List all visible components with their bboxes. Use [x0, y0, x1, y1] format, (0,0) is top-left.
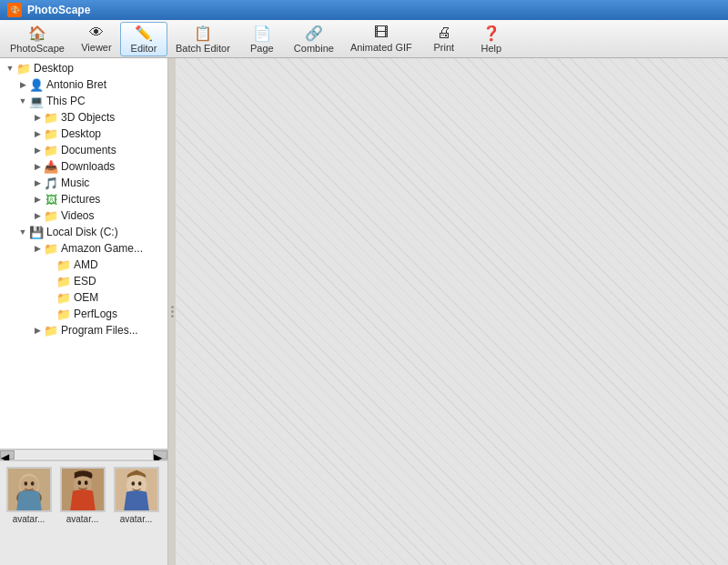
photoscape-icon: 🏠: [28, 25, 46, 42]
tree-label-localdisk: Local Disk (C:): [46, 226, 118, 238]
computer-icon: 💻: [29, 94, 44, 108]
tree-label-oem: OEM: [74, 291, 98, 304]
title-bar: 🎨 PhotoScape: [0, 0, 728, 20]
tree-item-programfiles[interactable]: ▶ 📁 Program Files...: [0, 322, 167, 338]
toolbar-btn-batch[interactable]: 📋 Batch Editor: [167, 22, 238, 56]
user-antonio-icon: 👤: [29, 77, 44, 92]
hscroll-left[interactable]: ◀: [0, 450, 15, 459]
toolbar-btn-photoscape[interactable]: 🏠 PhotoScape: [2, 22, 73, 56]
svg-point-4: [30, 481, 34, 486]
toolbar: 🏠 PhotoScape 👁 Viewer ✏️ Editor 📋 Batch …: [0, 20, 728, 58]
svg-point-13: [137, 481, 141, 486]
expander-programfiles[interactable]: ▶: [31, 324, 44, 337]
folder-programfiles-icon: 📁: [44, 323, 58, 338]
tree-label-music: Music: [61, 177, 89, 189]
editor-icon: ✏️: [135, 25, 153, 42]
thumbnail-avatar1[interactable]: avatar...: [4, 467, 54, 524]
tree-label-pictures: Pictures: [61, 193, 100, 206]
expander-3dobjects[interactable]: ▶: [31, 111, 44, 124]
folder-downloads-icon: 📥: [44, 159, 58, 174]
page-icon: 📄: [253, 25, 271, 42]
thumbnail-avatar2[interactable]: avatar...: [57, 467, 107, 524]
expander-localdisk[interactable]: ▼: [16, 226, 29, 238]
svg-point-9: [84, 480, 87, 485]
tree-item-perflogs[interactable]: 📁 PerfLogs: [0, 306, 167, 322]
folder-documents-icon: 📁: [44, 143, 58, 157]
expander-amd: [44, 258, 56, 271]
tree-label-desktopfolder: Desktop: [61, 127, 101, 140]
app-title: PhotoScape: [27, 4, 90, 16]
file-tree[interactable]: ▼ 📁 Desktop ▶ 👤 Antonio Bret ▼ 💻 This PC: [0, 58, 167, 449]
hscroll-right[interactable]: ▶: [153, 450, 167, 459]
expander-music[interactable]: ▶: [31, 177, 44, 189]
tree-item-videos[interactable]: ▶ 📁 Videos: [0, 207, 167, 224]
expander-videos[interactable]: ▶: [31, 209, 44, 222]
thumbnails-section: avatar... avatar..: [0, 460, 167, 565]
tree-item-downloads[interactable]: ▶ 📥 Downloads: [0, 158, 167, 175]
expander-antonio[interactable]: ▶: [16, 78, 29, 91]
thumbnail-avatar3[interactable]: avatar...: [111, 467, 161, 524]
tree-label-3dobjects: 3D Objects: [61, 111, 115, 124]
print-icon: 🖨: [437, 25, 451, 41]
expander-desktopfolder[interactable]: ▶: [31, 127, 44, 140]
tree-item-desktopfolder[interactable]: ▶ 📁 Desktop: [0, 126, 167, 142]
tree-item-localdisk[interactable]: ▼ 💾 Local Disk (C:): [0, 224, 167, 240]
tree-item-documents[interactable]: ▶ 📁 Documents: [0, 142, 167, 158]
folder-perflogs-icon: 📁: [56, 307, 71, 321]
toolbar-btn-page[interactable]: 📄 Page: [238, 22, 286, 56]
viewer-label: Viewer: [81, 42, 111, 53]
thumb-label-avatar3: avatar...: [111, 514, 161, 524]
page-label: Page: [250, 43, 274, 54]
expander-pictures[interactable]: ▶: [31, 193, 44, 206]
tree-item-esd[interactable]: 📁 ESD: [0, 273, 167, 289]
tree-item-3dobjects[interactable]: ▶ 📁 3D Objects: [0, 109, 167, 126]
thumb-img-avatar2: [60, 467, 106, 512]
tree-label-downloads: Downloads: [61, 160, 115, 173]
thumb-label-avatar2: avatar...: [57, 514, 107, 524]
folder-videos-icon: 📁: [44, 208, 58, 223]
tree-label-documents: Documents: [61, 144, 116, 156]
folder-3d-icon: 📁: [44, 110, 58, 125]
tree-item-amazongames[interactable]: ▶ 📁 Amazon Game...: [0, 240, 167, 257]
tree-label-desktop: Desktop: [34, 62, 74, 75]
expander-documents[interactable]: ▶: [31, 144, 44, 156]
toolbar-btn-gif[interactable]: 🎞 Animated GIF: [342, 22, 420, 56]
thumbnails-container: avatar... avatar..: [4, 467, 164, 524]
splitter-handle: [171, 306, 174, 318]
toolbar-btn-editor[interactable]: ✏️ Editor: [120, 22, 167, 56]
tree-item-antonio[interactable]: ▶ 👤 Antonio Bret: [0, 76, 167, 93]
tree-item-music[interactable]: ▶ 🎵 Music: [0, 175, 167, 191]
expander-perflogs: [44, 308, 56, 320]
tree-item-thispc[interactable]: ▼ 💻 This PC: [0, 93, 167, 109]
toolbar-btn-viewer[interactable]: 👁 Viewer: [73, 22, 120, 56]
help-icon: ❓: [482, 25, 500, 42]
toolbar-btn-combine[interactable]: 🔗 Combine: [286, 22, 342, 56]
tree-label-perflogs: PerfLogs: [74, 308, 117, 320]
expander-downloads[interactable]: ▶: [31, 160, 44, 173]
svg-point-3: [24, 481, 27, 486]
expander-thispc[interactable]: ▼: [16, 95, 29, 107]
tree-item-desktop[interactable]: ▼ 📁 Desktop: [0, 60, 167, 76]
expander-esd: [44, 275, 56, 288]
folder-amazon-icon: 📁: [44, 241, 58, 256]
panel-splitter[interactable]: [168, 58, 176, 565]
folder-oem-icon: 📁: [56, 290, 71, 305]
tree-item-pictures[interactable]: ▶ 🖼 Pictures: [0, 191, 167, 207]
thumb-img-avatar1: [6, 467, 52, 512]
thumb-img-avatar3: [114, 467, 159, 512]
expander-oem: [44, 291, 56, 304]
toolbar-btn-help[interactable]: ❓ Help: [468, 22, 515, 56]
tree-item-amd[interactable]: 📁 AMD: [0, 257, 167, 273]
svg-point-8: [77, 480, 81, 485]
tree-label-thispc: This PC: [46, 95, 86, 107]
expander-amazongames[interactable]: ▶: [31, 242, 44, 255]
expander-desktop[interactable]: ▼: [4, 62, 16, 75]
app-icon: 🎨: [7, 3, 22, 17]
tree-hscrollbar[interactable]: ◀ ▶: [0, 449, 167, 460]
toolbar-btn-print[interactable]: 🖨 Print: [420, 22, 468, 56]
tree-item-oem[interactable]: 📁 OEM: [0, 289, 167, 306]
tree-label-esd: ESD: [74, 275, 96, 288]
help-label: Help: [480, 43, 501, 54]
combine-icon: 🔗: [305, 25, 323, 42]
thumb-label-avatar1: avatar...: [4, 514, 54, 524]
